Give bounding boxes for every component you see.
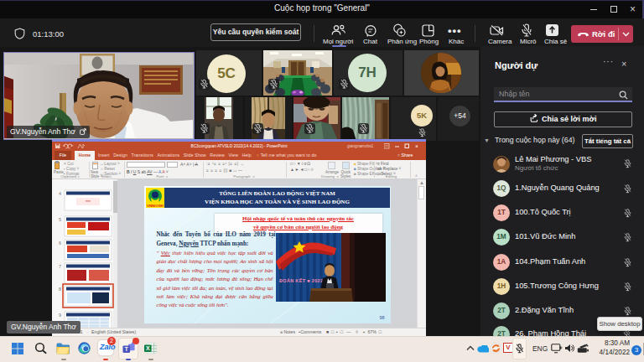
- svg-text:5: 5: [59, 217, 61, 222]
- svg-text:ĐOÀN KẾT ■ 2022: ĐOÀN KẾT ■ 2022: [279, 278, 323, 283]
- svg-text:4: 4: [59, 191, 61, 196]
- svg-text:T: T: [125, 346, 128, 352]
- svg-text:8: 8: [59, 287, 61, 292]
- svg-text:X: X: [146, 345, 150, 351]
- svg-text:VNNIOSH: VNNIOSH: [147, 204, 164, 208]
- svg-text:7: 7: [59, 264, 61, 269]
- svg-text:6: 6: [59, 240, 61, 246]
- svg-text:9: 9: [59, 313, 61, 318]
- svg-text:***: ***: [86, 199, 91, 204]
